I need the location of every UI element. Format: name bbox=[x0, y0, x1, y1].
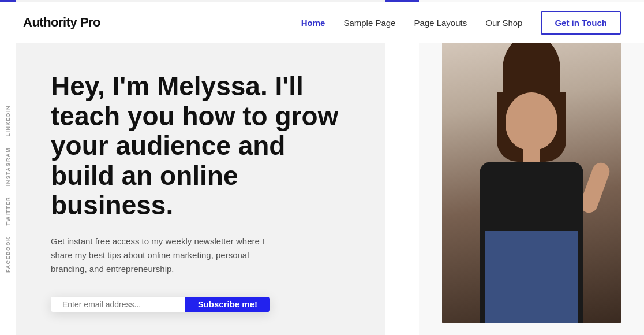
logo[interactable]: Authority Pro bbox=[23, 15, 100, 30]
email-form: Subscribe me! bbox=[51, 297, 270, 312]
social-instagram[interactable]: INSTAGRAM bbox=[5, 147, 11, 186]
person-photo-bg bbox=[442, 12, 621, 323]
social-linkedin[interactable]: LINKEDIN bbox=[5, 105, 11, 137]
nav-page-layouts[interactable]: Page Layouts bbox=[414, 18, 467, 28]
person-jeans bbox=[485, 231, 578, 323]
header: Authority Pro Home Sample Page Page Layo… bbox=[0, 2, 644, 43]
social-facebook[interactable]: FACEBOOK bbox=[5, 236, 11, 273]
nav-sample-page[interactable]: Sample Page bbox=[343, 18, 395, 28]
nav-our-shop[interactable]: Our Shop bbox=[485, 18, 522, 28]
main-nav: Home Sample Page Page Layouts Our Shop G… bbox=[301, 11, 621, 35]
hero-heading: Hey, I'm Melyssa. I'll teach you how to … bbox=[51, 72, 339, 221]
nav-home[interactable]: Home bbox=[301, 18, 325, 28]
hero-subtext: Get instant free access to my weekly new… bbox=[51, 234, 270, 276]
social-sidebar: LINKEDIN INSTAGRAM TWITTER FACEBOOK bbox=[0, 43, 16, 335]
hero-photo: MELYSSA GRIFFIN, ENTREPREUNER bbox=[442, 12, 621, 323]
email-input[interactable] bbox=[51, 297, 185, 312]
get-in-touch-button[interactable]: Get in Touch bbox=[541, 11, 621, 35]
social-twitter[interactable]: TWITTER bbox=[5, 196, 11, 226]
subscribe-button[interactable]: Subscribe me! bbox=[185, 297, 270, 312]
person-head bbox=[506, 92, 557, 150]
